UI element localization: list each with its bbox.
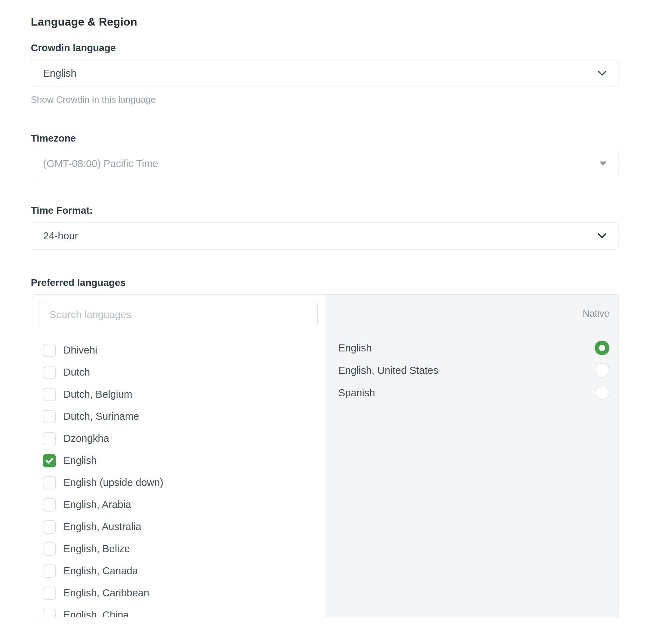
- language-checkbox-row[interactable]: Dhivehi: [31, 339, 325, 361]
- language-label: English (upside down): [63, 477, 163, 488]
- selected-languages-column: Native EnglishEnglish, United StatesSpan…: [325, 295, 619, 617]
- language-label: English, Australia: [63, 521, 141, 533]
- language-checkbox-row[interactable]: English, Belize: [31, 538, 325, 560]
- language-checkbox-row[interactable]: Dutch: [31, 361, 325, 383]
- native-radio-unselected[interactable]: [595, 363, 609, 378]
- language-label: English, China: [63, 609, 129, 617]
- checkbox-unchecked[interactable]: [43, 520, 56, 534]
- language-region-settings: Language & Region Crowdin language Engli…: [31, 0, 619, 617]
- timezone-value: (GMT-08:00) Pacific Time: [43, 158, 158, 170]
- language-label: Dutch: [63, 366, 90, 378]
- available-languages-list: DhivehiDutchDutch, BelgiumDutch, Surinam…: [31, 339, 325, 617]
- checkbox-unchecked[interactable]: [43, 476, 56, 489]
- checkbox-unchecked[interactable]: [43, 609, 56, 617]
- checkbox-unchecked[interactable]: [43, 498, 56, 512]
- selected-language-row: Spanish: [338, 382, 609, 404]
- language-label: Dzongkha: [63, 433, 109, 444]
- check-icon: [45, 456, 54, 465]
- caret-down-icon: [600, 162, 607, 166]
- timezone-select[interactable]: (GMT-08:00) Pacific Time: [31, 150, 619, 177]
- time-format-label: Time Format:: [31, 205, 619, 217]
- selected-language-label: English: [338, 342, 372, 354]
- checkbox-unchecked[interactable]: [43, 388, 56, 401]
- native-radio-selected[interactable]: [595, 341, 609, 355]
- language-label: English: [63, 455, 97, 466]
- checkbox-unchecked[interactable]: [43, 564, 56, 578]
- time-format-value: 24-hour: [43, 230, 78, 242]
- crowdin-language-help: Show Crowdin in this language: [31, 94, 619, 105]
- selected-languages-list: EnglishEnglish, United StatesSpanish: [338, 337, 609, 404]
- language-checkbox-row[interactable]: English, China: [31, 604, 325, 617]
- language-label: English, Canada: [63, 565, 138, 577]
- timezone-label: Timezone: [31, 132, 619, 144]
- native-column-header: Native: [338, 308, 609, 319]
- selected-language-label: English, United States: [338, 365, 438, 376]
- language-label: Dhivehi: [63, 344, 97, 356]
- preferred-languages-panel: DhivehiDutchDutch, BelgiumDutch, Surinam…: [31, 294, 619, 617]
- checkbox-unchecked[interactable]: [43, 410, 56, 423]
- language-checkbox-row[interactable]: Dutch, Belgium: [31, 383, 325, 405]
- language-label: Dutch, Belgium: [63, 389, 132, 400]
- crowdin-language-value: English: [43, 68, 76, 79]
- selected-language-row: English, United States: [338, 359, 609, 382]
- checkbox-unchecked[interactable]: [43, 344, 56, 357]
- crowdin-language-section: Crowdin language English Show Crowdin in…: [31, 42, 619, 105]
- language-label: English, Arabia: [63, 499, 131, 511]
- language-checkbox-row[interactable]: English (upside down): [31, 472, 325, 494]
- checkbox-unchecked[interactable]: [43, 542, 56, 556]
- language-checkbox-row[interactable]: English, Australia: [31, 516, 325, 538]
- language-label: English, Caribbean: [63, 587, 149, 599]
- crowdin-language-label: Crowdin language: [31, 42, 619, 54]
- time-format-section: Time Format: 24-hour: [31, 205, 619, 249]
- chevron-down-icon: [598, 70, 607, 76]
- page-title: Language & Region: [31, 0, 619, 29]
- language-checkbox-row[interactable]: English, Caribbean: [31, 582, 325, 604]
- crowdin-language-select[interactable]: English: [31, 60, 619, 87]
- language-label: Dutch, Suriname: [63, 411, 139, 422]
- checkbox-unchecked[interactable]: [43, 587, 56, 600]
- preferred-languages-section: Preferred languages DhivehiDutchDutch, B…: [31, 277, 619, 617]
- language-label: English, Belize: [63, 543, 130, 555]
- language-checkbox-row[interactable]: English: [31, 450, 325, 472]
- search-languages-input[interactable]: [39, 302, 318, 327]
- selected-language-label: Spanish: [338, 387, 375, 399]
- chevron-down-icon: [598, 233, 607, 239]
- checkbox-checked[interactable]: [43, 454, 56, 467]
- native-radio-unselected[interactable]: [595, 385, 609, 400]
- timezone-section: Timezone (GMT-08:00) Pacific Time: [31, 132, 619, 177]
- language-checkbox-row[interactable]: English, Arabia: [31, 494, 325, 516]
- time-format-select[interactable]: 24-hour: [31, 222, 619, 249]
- checkbox-unchecked[interactable]: [43, 432, 56, 445]
- available-languages-column: DhivehiDutchDutch, BelgiumDutch, Surinam…: [31, 295, 325, 617]
- language-checkbox-row[interactable]: Dutch, Suriname: [31, 405, 325, 427]
- language-checkbox-row[interactable]: English, Canada: [31, 560, 325, 582]
- selected-language-row: English: [338, 337, 609, 359]
- checkbox-unchecked[interactable]: [43, 366, 56, 379]
- language-checkbox-row[interactable]: Dzongkha: [31, 427, 325, 450]
- preferred-languages-label: Preferred languages: [31, 277, 619, 289]
